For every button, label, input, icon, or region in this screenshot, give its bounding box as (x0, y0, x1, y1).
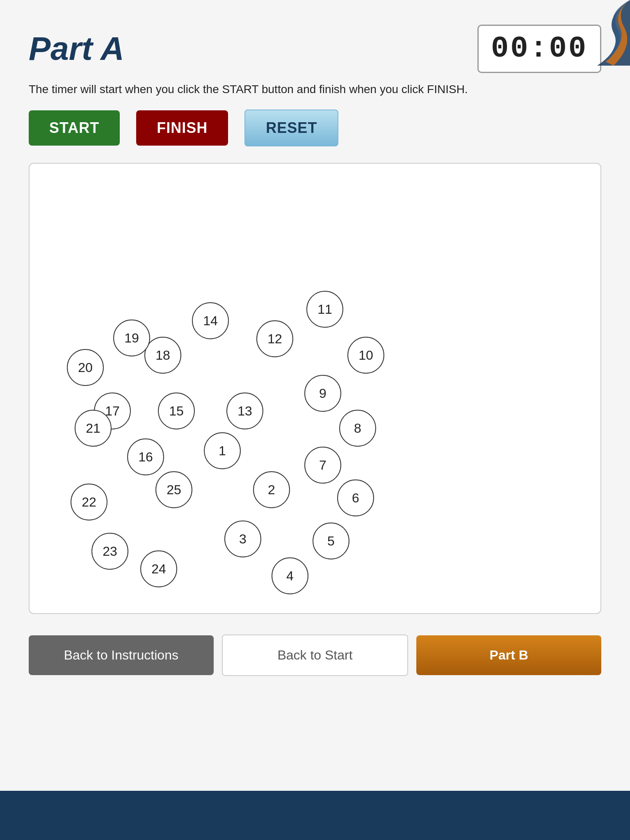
circle-21[interactable]: 21 (75, 410, 112, 447)
bottom-nav: Back to Instructions Back to Start Part … (29, 635, 601, 676)
circle-19[interactable]: 19 (113, 320, 150, 356)
header-row: Part A 00:00 (29, 25, 601, 73)
circle-24[interactable]: 24 (140, 550, 177, 587)
circle-15[interactable]: 15 (158, 393, 195, 429)
circle-18[interactable]: 18 (144, 337, 181, 374)
circle-16[interactable]: 16 (127, 438, 164, 475)
circle-22[interactable]: 22 (71, 484, 107, 520)
circle-13[interactable]: 13 (226, 393, 263, 429)
circle-23[interactable]: 23 (91, 533, 128, 570)
number-grid: 1234567891011121314151617181920212223242… (29, 163, 601, 614)
main-content: Part A 00:00 The timer will start when y… (0, 0, 630, 791)
start-button[interactable]: START (29, 110, 120, 146)
circle-6[interactable]: 6 (337, 479, 374, 516)
circle-1[interactable]: 1 (204, 432, 241, 469)
decorative-ribbon (548, 0, 630, 66)
instructions-text: The timer will start when you click the … (29, 81, 601, 97)
circle-3[interactable]: 3 (224, 520, 261, 557)
circle-4[interactable]: 4 (272, 557, 308, 594)
control-buttons-row: START FINISH RESET (29, 110, 601, 146)
circle-7[interactable]: 7 (304, 447, 341, 484)
reset-button[interactable]: RESET (244, 110, 338, 146)
circle-14[interactable]: 14 (192, 302, 229, 339)
circle-9[interactable]: 9 (304, 375, 341, 412)
finish-button[interactable]: FINISH (136, 110, 228, 146)
circle-10[interactable]: 10 (347, 337, 384, 374)
circle-20[interactable]: 20 (67, 349, 104, 386)
part-b-button[interactable]: Part B (416, 635, 601, 675)
circle-8[interactable]: 8 (339, 410, 376, 447)
circle-5[interactable]: 5 (313, 523, 349, 559)
back-to-instructions-button[interactable]: Back to Instructions (29, 635, 214, 675)
page-title: Part A (29, 30, 124, 68)
circle-11[interactable]: 11 (306, 291, 343, 328)
bottom-bar (0, 791, 630, 840)
back-to-start-button[interactable]: Back to Start (222, 635, 409, 676)
circle-25[interactable]: 25 (155, 471, 192, 508)
circle-2[interactable]: 2 (253, 471, 290, 508)
circle-12[interactable]: 12 (256, 320, 293, 357)
